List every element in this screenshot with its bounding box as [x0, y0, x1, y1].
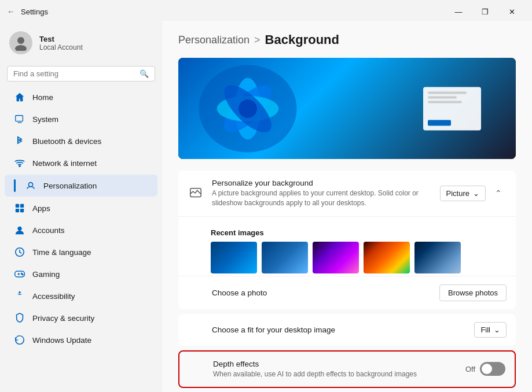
system-icon	[14, 113, 25, 125]
search-icon: 🔍	[140, 69, 149, 78]
breadcrumb-separator: >	[254, 34, 261, 46]
minimize-button[interactable]: —	[445, 3, 472, 20]
sidebar-item-personalization[interactable]: Personalization	[5, 175, 157, 197]
sidebar-item-label-accounts: Accounts	[32, 226, 65, 235]
back-icon[interactable]: ←	[7, 7, 15, 16]
recent-image-5[interactable]	[414, 242, 461, 273]
maximize-button[interactable]: ❐	[472, 3, 498, 20]
sidebar-item-privacy[interactable]: Privacy & security	[5, 308, 157, 328]
svg-rect-2	[16, 116, 23, 121]
choose-fit-label: Choose a fit for your desktop image	[212, 326, 466, 334]
choose-photo-text: Choose a photo	[212, 289, 431, 297]
sidebar-item-home[interactable]: Home	[5, 87, 157, 108]
recent-image-1[interactable]	[211, 242, 257, 273]
personalize-background-row: Personalize your background A picture ba…	[178, 171, 516, 217]
title-bar: ← Settings — ❐ ✕	[0, 0, 532, 21]
personalize-background-text: Personalize your background A picture ba…	[212, 179, 432, 208]
fit-dropdown[interactable]: Fill ⌄	[474, 322, 507, 338]
title-bar-left: ← Settings	[7, 7, 48, 16]
sidebar-item-update[interactable]: Windows Update	[5, 330, 157, 350]
svg-point-5	[28, 183, 32, 187]
svg-rect-9	[20, 209, 24, 212]
apps-icon	[14, 202, 25, 214]
depth-effects-text: Depth effects When available, use AI to …	[213, 360, 457, 379]
expand-button[interactable]: ⌃	[490, 185, 507, 201]
sidebar-item-network[interactable]: Network & internet	[5, 153, 157, 173]
user-account-type: Local Account	[39, 43, 83, 51]
svg-point-21	[239, 99, 257, 118]
sidebar-item-label-accessibility: Accessibility	[32, 292, 75, 301]
choose-photo-row: Choose a photo Browse photos	[178, 276, 516, 309]
sidebar-item-label-update: Windows Update	[32, 336, 91, 345]
breadcrumb-current: Background	[265, 32, 339, 47]
active-indicator	[14, 179, 16, 192]
sidebar-item-label-system: System	[32, 115, 58, 124]
svg-rect-8	[16, 209, 19, 212]
recent-images-grid	[211, 242, 507, 273]
svg-point-4	[19, 165, 20, 167]
personalization-icon	[25, 180, 36, 191]
sidebar-item-gaming[interactable]: Gaming	[5, 264, 157, 284]
preview-window-mockup	[423, 87, 481, 130]
sidebar-item-system[interactable]: System	[5, 109, 157, 130]
recent-image-3[interactable]	[313, 242, 359, 273]
update-icon	[14, 334, 25, 346]
depth-effects-row: Depth effects When available, use AI to …	[179, 352, 515, 387]
recent-images-section: Recent images	[178, 217, 516, 276]
app-content: Test Local Account 🔍 Home System Bl	[0, 21, 532, 392]
recent-image-2[interactable]	[262, 242, 308, 273]
personalize-background-label: Personalize your background	[212, 179, 432, 187]
browse-photos-button[interactable]: Browse photos	[439, 284, 507, 301]
user-name: Test	[39, 35, 83, 43]
sidebar-item-label-apps: Apps	[32, 204, 50, 213]
preview-background	[178, 58, 516, 159]
dropdown-chevron-icon: ⌄	[473, 189, 479, 198]
personalize-background-card: Personalize your background A picture ba…	[178, 171, 516, 309]
avatar	[9, 31, 32, 54]
sidebar-item-time[interactable]: Time & language	[5, 242, 157, 262]
accounts-icon	[14, 224, 25, 236]
sidebar-item-accounts[interactable]: Accounts	[5, 220, 157, 241]
choose-fit-text: Choose a fit for your desktop image	[212, 326, 466, 334]
search-input[interactable]	[13, 69, 135, 78]
user-section: Test Local Account	[0, 25, 162, 64]
recent-image-4[interactable]	[364, 242, 410, 273]
user-info: Test Local Account	[39, 35, 83, 51]
app-title: Settings	[21, 8, 48, 16]
svg-rect-3	[17, 122, 21, 123]
depth-effects-toggle[interactable]	[480, 362, 505, 376]
depth-effects-desc: When available, use AI to add depth effe…	[213, 369, 457, 379]
background-preview	[178, 58, 516, 159]
toggle-knob	[482, 364, 492, 374]
recent-images-label: Recent images	[211, 228, 507, 237]
network-icon	[14, 157, 25, 169]
sidebar-item-accessibility[interactable]: Accessibility	[5, 286, 157, 306]
choose-photo-label: Choose a photo	[212, 289, 431, 297]
sidebar-item-label-home: Home	[32, 93, 53, 102]
svg-point-0	[17, 37, 24, 44]
svg-rect-6	[16, 204, 19, 208]
depth-effects-toggle-label: Off	[465, 365, 475, 373]
window-controls: — ❐ ✕	[445, 3, 525, 20]
main-content: Personalization > Background	[162, 21, 532, 392]
sidebar-item-label-network: Network & internet	[32, 159, 97, 168]
gaming-icon	[14, 268, 25, 280]
bluetooth-icon	[14, 135, 25, 147]
close-button[interactable]: ✕	[498, 3, 525, 20]
svg-point-14	[22, 274, 23, 275]
search-box[interactable]: 🔍	[7, 66, 155, 82]
depth-effects-card: Depth effects When available, use AI to …	[178, 350, 516, 389]
svg-point-1	[15, 45, 27, 51]
svg-point-15	[19, 291, 21, 294]
breadcrumb-parent[interactable]: Personalization	[178, 34, 250, 46]
background-type-dropdown[interactable]: Picture ⌄	[440, 186, 486, 201]
background-type-control: Picture ⌄ ⌃	[440, 185, 507, 201]
sidebar-item-label-personalization: Personalization	[43, 182, 97, 190]
choose-fit-row: Choose a fit for your desktop image Fill…	[178, 314, 516, 346]
sidebar-item-apps[interactable]: Apps	[5, 198, 157, 219]
fit-dropdown-chevron-icon: ⌄	[494, 326, 500, 334]
sidebar-item-bluetooth[interactable]: Bluetooth & devices	[5, 131, 157, 151]
background-icon	[188, 185, 204, 201]
choose-fit-card: Choose a fit for your desktop image Fill…	[178, 314, 516, 346]
sidebar: Test Local Account 🔍 Home System Bl	[0, 21, 162, 392]
